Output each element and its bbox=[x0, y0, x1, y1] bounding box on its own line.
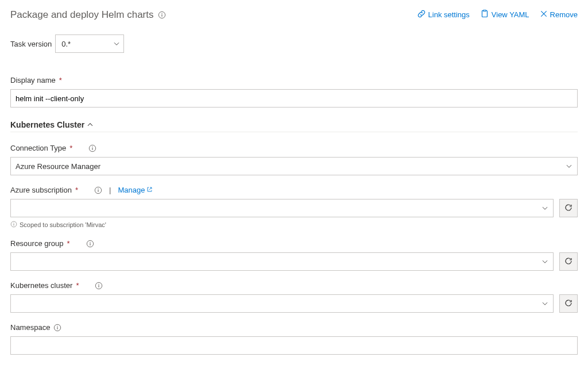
svg-rect-7 bbox=[92, 147, 93, 149]
svg-point-15 bbox=[90, 241, 90, 242]
svg-rect-10 bbox=[98, 189, 98, 191]
clipboard-icon bbox=[480, 9, 489, 20]
task-version-label: Task version bbox=[10, 40, 52, 48]
remove-button[interactable]: Remove bbox=[540, 10, 578, 20]
resource-group-label: Resource group bbox=[10, 239, 64, 248]
info-icon[interactable] bbox=[158, 11, 166, 19]
separator: | bbox=[109, 186, 111, 194]
chevron-down-icon bbox=[541, 300, 548, 307]
refresh-icon bbox=[564, 256, 573, 267]
info-icon[interactable] bbox=[94, 186, 102, 194]
namespace-label: Namespace bbox=[10, 323, 50, 332]
kubernetes-cluster-label: Kubernetes cluster bbox=[10, 281, 72, 290]
task-version-select[interactable]: 0.* bbox=[55, 34, 124, 53]
namespace-input[interactable] bbox=[10, 336, 578, 355]
required-marker: * bbox=[67, 239, 70, 248]
link-icon bbox=[417, 9, 426, 20]
kubernetes-cluster-section-header[interactable]: Kubernetes Cluster bbox=[10, 118, 578, 132]
connection-type-select[interactable]: Azure Resource Manager bbox=[10, 157, 578, 175]
page-title-text: Package and deploy Helm charts bbox=[10, 9, 153, 21]
chevron-down-icon bbox=[113, 40, 120, 47]
svg-rect-3 bbox=[482, 11, 487, 17]
manage-subscription-link[interactable]: Manage bbox=[118, 186, 153, 194]
svg-rect-2 bbox=[162, 14, 163, 17]
svg-point-12 bbox=[13, 222, 14, 223]
manage-label: Manage bbox=[118, 186, 145, 194]
subscription-scope-hint: Scoped to subscription 'Mirvac' bbox=[20, 221, 106, 228]
svg-point-6 bbox=[92, 146, 93, 147]
info-icon bbox=[10, 221, 17, 229]
chevron-down-icon bbox=[566, 163, 572, 170]
refresh-icon bbox=[564, 203, 573, 214]
chevron-down-icon bbox=[541, 205, 548, 212]
refresh-resource-group-button[interactable] bbox=[559, 252, 578, 271]
svg-rect-16 bbox=[90, 243, 90, 245]
kubernetes-cluster-select[interactable] bbox=[10, 294, 554, 313]
resource-group-select[interactable] bbox=[10, 252, 554, 271]
display-name-input[interactable] bbox=[10, 89, 578, 108]
svg-rect-22 bbox=[57, 327, 58, 329]
svg-point-9 bbox=[98, 188, 98, 189]
info-icon[interactable] bbox=[88, 144, 96, 152]
connection-type-value: Azure Resource Manager bbox=[16, 162, 100, 171]
refresh-kubernetes-cluster-button[interactable] bbox=[559, 294, 578, 313]
external-link-icon bbox=[146, 186, 153, 194]
refresh-subscription-button[interactable] bbox=[559, 199, 578, 217]
info-icon[interactable] bbox=[86, 240, 94, 248]
view-yaml-button[interactable]: View YAML bbox=[480, 9, 529, 20]
svg-point-1 bbox=[162, 13, 163, 14]
info-icon[interactable] bbox=[95, 282, 103, 290]
svg-rect-19 bbox=[99, 285, 99, 287]
page-title: Package and deploy Helm charts bbox=[10, 9, 166, 21]
refresh-icon bbox=[564, 298, 573, 309]
svg-rect-13 bbox=[14, 224, 14, 225]
task-version-value: 0.* bbox=[61, 40, 71, 48]
required-marker: * bbox=[69, 144, 72, 152]
view-yaml-label: View YAML bbox=[492, 10, 529, 19]
link-settings-label: Link settings bbox=[428, 10, 470, 19]
azure-subscription-label: Azure subscription bbox=[10, 186, 72, 194]
svg-rect-4 bbox=[483, 10, 486, 11]
azure-subscription-select[interactable] bbox=[10, 199, 554, 217]
connection-type-label: Connection Type bbox=[10, 144, 66, 152]
required-marker: * bbox=[75, 186, 78, 194]
close-icon bbox=[540, 10, 548, 20]
svg-point-18 bbox=[99, 283, 99, 284]
remove-label: Remove bbox=[550, 10, 578, 19]
chevron-up-icon bbox=[87, 121, 94, 128]
info-icon[interactable] bbox=[53, 324, 61, 332]
section-title: Kubernetes Cluster bbox=[10, 120, 84, 129]
svg-point-21 bbox=[57, 325, 58, 326]
display-name-label: Display name bbox=[10, 76, 56, 85]
required-marker: * bbox=[76, 281, 79, 290]
required-marker: * bbox=[59, 76, 62, 85]
link-settings-button[interactable]: Link settings bbox=[417, 9, 470, 20]
header-actions: Link settings View YAML Remove bbox=[417, 9, 578, 20]
chevron-down-icon bbox=[541, 258, 548, 265]
